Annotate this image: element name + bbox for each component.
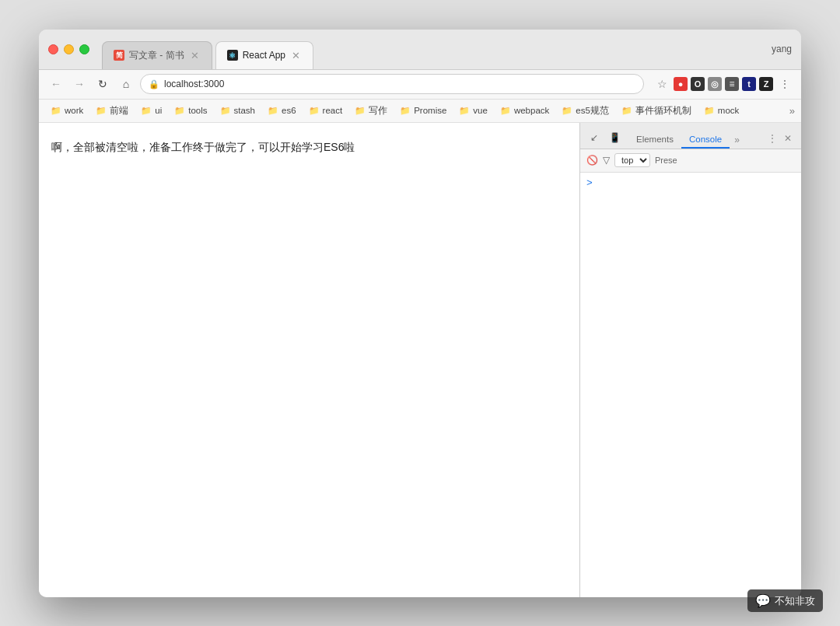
- folder-icon: 📁: [141, 106, 152, 116]
- folder-icon: 📁: [96, 106, 107, 116]
- ext-circle-icon[interactable]: ◎: [708, 77, 722, 91]
- bookmark-es6[interactable]: 📁 es6: [262, 104, 302, 117]
- bookmark-es5-label: es5规范: [576, 105, 609, 117]
- main-area: 啊，全部被清空啦，准备工作终于做完了，可以开始学习ES6啦 ↙ 📱 Elemen…: [39, 123, 801, 597]
- bookmark-work[interactable]: 📁 work: [45, 104, 89, 117]
- ext-z-icon[interactable]: Z: [759, 77, 773, 91]
- ext-opera-icon[interactable]: O: [691, 77, 705, 91]
- lock-icon: 🔒: [149, 79, 159, 89]
- console-prompt-line: >: [586, 177, 795, 189]
- bookmark-react-label: react: [323, 106, 343, 115]
- forward-button[interactable]: →: [70, 75, 89, 93]
- devtools-panel: ↙ 📱 Elements Console » ⋮ ✕ 🚫 ▽: [579, 123, 801, 597]
- bookmark-vue-label: vue: [473, 106, 488, 115]
- tab-jianshu-label: 写文章 - 简书: [129, 49, 184, 62]
- tab-react[interactable]: ⚛ React App ✕: [215, 41, 313, 69]
- console-body[interactable]: >: [580, 173, 801, 597]
- console-filter-icon[interactable]: ▽: [603, 155, 610, 166]
- devtools-close-icon[interactable]: ✕: [781, 131, 795, 145]
- elements-tab-label: Elements: [636, 135, 674, 144]
- preserve-log-checkbox: Prese: [655, 156, 677, 165]
- watermark: 💬 不知非攻: [747, 589, 823, 612]
- bookmark-star-icon[interactable]: ☆: [653, 75, 670, 93]
- refresh-button[interactable]: ↻: [93, 75, 112, 93]
- bookmark-mock[interactable]: 📁 mock: [698, 104, 744, 117]
- more-menu-icon[interactable]: ⋮: [776, 75, 793, 93]
- bookmark-event-loop[interactable]: 📁 事件循环机制: [616, 103, 697, 118]
- tab-react-close[interactable]: ✕: [290, 50, 302, 61]
- watermark-text: 不知非攻: [775, 594, 815, 608]
- address-bar[interactable]: 🔒 localhost:3000: [140, 74, 644, 94]
- bookmark-write-label: 写作: [369, 105, 387, 117]
- page-text: 啊，全部被清空啦，准备工作终于做完了，可以开始学习ES6啦: [51, 138, 567, 156]
- nav-actions: ☆ ● O ◎ ≡ t Z ⋮: [653, 75, 793, 93]
- ext-t-icon[interactable]: t: [742, 77, 756, 91]
- console-filter-bar: 🚫 ▽ top Prese: [580, 149, 801, 173]
- devtools-close-buttons: ⋮ ✕: [765, 131, 795, 149]
- console-context-select[interactable]: top: [614, 153, 650, 167]
- bookmark-ui[interactable]: 📁 ui: [135, 104, 167, 117]
- devtools-toolbar: ↙ 📱: [586, 130, 622, 149]
- bookmark-promise-label: Promise: [414, 106, 446, 115]
- folder-icon: 📁: [268, 106, 278, 116]
- bookmarks-bar: 📁 work 📁 前端 📁 ui 📁 tools 📁 stash 📁 es6 📁…: [39, 100, 801, 123]
- home-button[interactable]: ⌂: [117, 75, 135, 93]
- folder-icon: 📁: [51, 106, 61, 116]
- devtools-tab-elements[interactable]: Elements: [628, 131, 681, 149]
- react-favicon: ⚛: [227, 50, 238, 61]
- bookmark-event-loop-label: 事件循环机制: [635, 105, 691, 117]
- tab-jianshu[interactable]: 简 写文章 - 简书 ✕: [102, 41, 212, 69]
- bookmark-webpack-label: webpack: [514, 106, 549, 115]
- bookmark-promise[interactable]: 📁 Promise: [394, 104, 452, 117]
- folder-icon: 📁: [220, 106, 231, 116]
- bookmark-vue[interactable]: 📁 vue: [453, 104, 493, 117]
- bookmark-es6-label: es6: [282, 106, 296, 115]
- folder-icon: 📁: [309, 106, 320, 116]
- new-tab-area: [317, 41, 340, 69]
- folder-icon: 📁: [355, 106, 366, 116]
- maximize-button[interactable]: [79, 44, 89, 54]
- console-panel: 🚫 ▽ top Prese >: [580, 149, 801, 597]
- bookmark-tools[interactable]: 📁 tools: [169, 104, 212, 117]
- bookmark-frontend-label: 前端: [110, 105, 128, 117]
- bookmark-webpack[interactable]: 📁 webpack: [495, 104, 555, 117]
- bookmark-stash[interactable]: 📁 stash: [215, 104, 261, 117]
- bookmark-mock-label: mock: [718, 106, 739, 115]
- bookmark-write[interactable]: 📁 写作: [349, 103, 393, 118]
- device-toggle-icon[interactable]: 📱: [607, 130, 622, 145]
- folder-icon: 📁: [459, 106, 470, 116]
- preserve-label: Prese: [655, 156, 677, 165]
- bookmark-frontend[interactable]: 📁 前端: [90, 103, 134, 118]
- page-content: 啊，全部被清空啦，准备工作终于做完了，可以开始学习ES6啦: [39, 123, 579, 597]
- user-name: yang: [772, 44, 792, 54]
- inspect-element-icon[interactable]: ↙: [586, 130, 602, 145]
- bookmarks-more-button[interactable]: »: [789, 105, 795, 117]
- title-bar: 简 写文章 - 简书 ✕ ⚛ React App ✕ yang: [39, 30, 801, 70]
- folder-icon: 📁: [562, 106, 572, 116]
- folder-icon: 📁: [174, 106, 185, 116]
- back-button[interactable]: ←: [47, 75, 65, 93]
- bookmark-react[interactable]: 📁 react: [303, 104, 348, 117]
- console-ban-icon[interactable]: 🚫: [586, 155, 598, 166]
- traffic-lights: [48, 44, 89, 54]
- minimize-button[interactable]: [64, 44, 74, 54]
- devtools-settings-icon[interactable]: ⋮: [765, 131, 779, 145]
- console-tab-label: Console: [689, 135, 722, 144]
- devtools-tab-console[interactable]: Console: [681, 131, 730, 149]
- folder-icon: 📁: [500, 106, 511, 116]
- devtools-more-tabs[interactable]: »: [730, 131, 744, 149]
- jianshu-favicon: 简: [114, 50, 124, 61]
- address-text: localhost:3000: [164, 79, 635, 89]
- ext-red-icon[interactable]: ●: [674, 77, 688, 91]
- tab-jianshu-close[interactable]: ✕: [189, 50, 201, 61]
- wechat-icon: 💬: [755, 593, 771, 608]
- bookmark-es5[interactable]: 📁 es5规范: [556, 103, 614, 118]
- browser-window: 简 写文章 - 简书 ✕ ⚛ React App ✕ yang ← → ↻ ⌂ …: [39, 30, 801, 597]
- bookmark-stash-label: stash: [234, 106, 256, 115]
- bookmark-work-label: work: [65, 106, 83, 115]
- close-button[interactable]: [48, 44, 58, 54]
- folder-icon: 📁: [621, 106, 632, 116]
- folder-icon: 📁: [704, 106, 715, 116]
- ext-menu-icon[interactable]: ≡: [725, 77, 739, 91]
- bookmark-tools-label: tools: [188, 106, 207, 115]
